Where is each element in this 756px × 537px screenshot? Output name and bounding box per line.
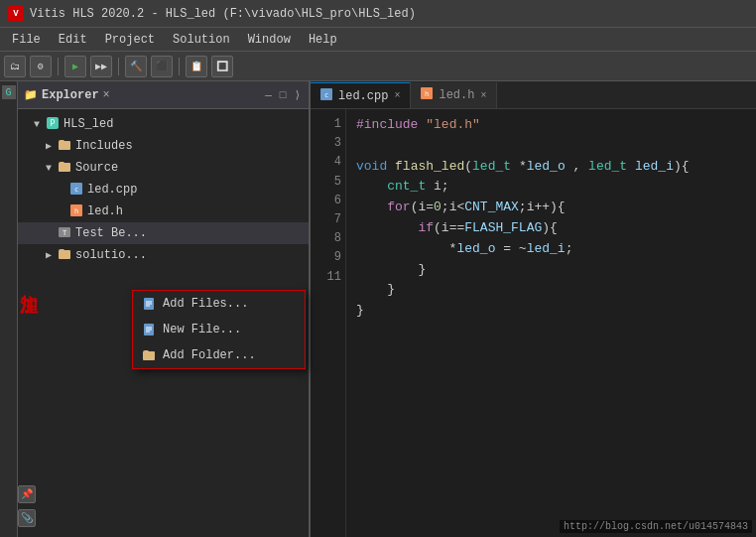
tree-node-icon — [58, 160, 71, 177]
toolbar-btn-5[interactable]: ⬛ — [151, 56, 173, 77]
line-number: 1 — [315, 115, 341, 134]
line-number: 11 — [315, 268, 341, 287]
toolbar-sep-2 — [118, 58, 119, 75]
menu-item-project[interactable]: Project — [97, 31, 163, 49]
ctx-item-label: New File... — [163, 323, 241, 336]
ctx-item-label: Add Folder... — [163, 348, 256, 362]
menu-item-help[interactable]: Help — [301, 31, 345, 49]
svg-text:h: h — [74, 207, 78, 215]
svg-text:c: c — [324, 91, 328, 99]
context-menu-item-2[interactable]: Add Folder... — [133, 342, 305, 368]
tab-file-icon: h — [421, 87, 433, 103]
main-layout: G 📁 Explorer × — □ ⟩ ▼PHLS_led▶Includes▼… — [0, 81, 756, 537]
toolbar-btn-6[interactable]: 📋 — [186, 56, 207, 77]
editor-area: cled.cpp×hled.h× 1345678911 #include "le… — [311, 81, 756, 537]
line-number: 5 — [315, 173, 341, 192]
line-number: 8 — [315, 229, 341, 248]
tree-arrow: ▶ — [46, 249, 56, 261]
explorer-close-btn[interactable]: × — [103, 88, 110, 102]
tree-row[interactable]: ▼PHLS_led — [18, 113, 309, 135]
tree-row[interactable]: cled.cpp — [18, 179, 309, 201]
git-sidebar: G — [0, 81, 18, 537]
code-body[interactable]: #include "led.h" void flash_led(led_t *l… — [346, 109, 756, 537]
tree-node-label: led.h — [87, 204, 123, 218]
toolbar-sep-1 — [58, 58, 59, 75]
line-number: 9 — [315, 248, 341, 267]
ctx-item-icon — [141, 296, 157, 312]
tree-row[interactable]: ▶Includes — [18, 135, 309, 157]
tree-arrow: ▼ — [46, 163, 56, 174]
bottom-icon-2[interactable]: 📎 — [18, 509, 36, 527]
git-btn-1[interactable]: G — [2, 85, 16, 99]
line-number: 6 — [315, 192, 341, 210]
svg-text:h: h — [425, 90, 429, 98]
menu-item-edit[interactable]: Edit — [51, 31, 95, 49]
tree-node-label: Test Be... — [75, 226, 147, 240]
explorer-panel: 📁 Explorer × — □ ⟩ ▼PHLS_led▶Includes▼So… — [18, 81, 311, 537]
explorer-header: 📁 Explorer × — □ ⟩ — [18, 81, 309, 109]
tab-label: led.cpp — [338, 89, 388, 103]
tab-bar: cled.cpp×hled.h× — [311, 81, 756, 109]
explorer-maximize-btn[interactable]: □ — [278, 89, 289, 101]
menu-item-solution[interactable]: Solution — [165, 31, 238, 49]
code-content[interactable]: 1345678911 #include "led.h" void flash_l… — [311, 109, 756, 537]
toolbar-btn-4[interactable]: 🔨 — [125, 56, 147, 77]
tree-node-label: HLS_led — [63, 117, 113, 131]
ctx-item-icon — [141, 322, 157, 337]
bottom-icon-1[interactable]: 📌 — [18, 485, 36, 503]
toolbar-btn-1[interactable]: 🗂 — [4, 56, 26, 77]
toolbar: 🗂 ⚙ ▶ ▶▶ 🔨 ⬛ 📋 🔳 — [0, 52, 756, 81]
svg-text:c: c — [74, 186, 78, 194]
toolbar-run-btn[interactable]: ▶ — [64, 56, 86, 77]
ctx-item-icon — [141, 347, 157, 363]
context-menu-item-0[interactable]: Add Files... — [133, 291, 305, 317]
tree-row[interactable]: TTest Be... — [18, 222, 309, 244]
svg-text:P: P — [51, 119, 56, 128]
line-numbers: 1345678911 — [311, 109, 346, 537]
toolbar-btn-7[interactable]: 🔳 — [211, 56, 233, 77]
tree-row[interactable]: ▼Source — [18, 157, 309, 179]
explorer-side-btn[interactable]: ⟩ — [292, 88, 303, 101]
explorer-folder-icon: 📁 — [24, 88, 38, 101]
tab-close-btn[interactable]: × — [480, 90, 486, 101]
tree-arrow: ▶ — [46, 140, 56, 152]
left-bottom-icons: 📌 📎 — [18, 485, 36, 527]
explorer-title: Explorer — [42, 88, 99, 102]
line-number: 4 — [315, 153, 341, 172]
tree-node-icon: P — [46, 116, 60, 133]
line-number: 3 — [315, 134, 341, 153]
tree-node-icon: c — [69, 182, 83, 199]
tree-node-label: solutio... — [75, 248, 147, 262]
toolbar-sep-3 — [179, 58, 180, 75]
tree-node-label: Includes — [75, 139, 133, 153]
context-menu-item-1[interactable]: New File... — [133, 317, 305, 342]
tab-file-icon: c — [320, 88, 332, 104]
tree-node-label: Source — [75, 161, 118, 175]
tree-node-icon — [58, 138, 71, 155]
context-menu: Add Files...New File...Add Folder... — [132, 290, 306, 369]
tab-label: led.h — [439, 88, 474, 102]
editor-tab-led-cpp[interactable]: cled.cpp× — [311, 82, 411, 108]
tab-close-btn[interactable]: × — [394, 90, 400, 101]
tree-row[interactable]: hled.h — [18, 201, 309, 222]
title-bar: V Vitis HLS 2020.2 - HLS_led (F:\vivado\… — [0, 0, 756, 28]
toolbar-btn-2[interactable]: ⚙ — [30, 56, 52, 77]
watermark: http://blog.csdn.net/u014574843 — [560, 520, 752, 533]
menu-item-window[interactable]: Window — [240, 31, 299, 49]
tree-arrow: ▼ — [34, 119, 44, 130]
tree-node-icon: T — [58, 225, 71, 242]
ctx-item-label: Add Files... — [163, 297, 248, 311]
tree-row[interactable]: ▶solutio... — [18, 244, 309, 266]
app-logo: V — [8, 6, 24, 22]
window-title: Vitis HLS 2020.2 - HLS_led (F:\vivado\HL… — [30, 7, 416, 21]
toolbar-btn-3[interactable]: ▶▶ — [90, 56, 112, 77]
tree-node-icon — [58, 247, 71, 264]
line-number: 7 — [315, 210, 341, 229]
tree-node-icon: h — [69, 203, 83, 220]
menu-item-file[interactable]: File — [4, 31, 49, 49]
tree-node-label: led.cpp — [87, 183, 137, 197]
explorer-minimize-btn[interactable]: — — [263, 89, 274, 101]
menu-bar: FileEditProjectSolutionWindowHelp — [0, 28, 756, 52]
editor-tab-led-h[interactable]: hled.h× — [411, 82, 497, 108]
